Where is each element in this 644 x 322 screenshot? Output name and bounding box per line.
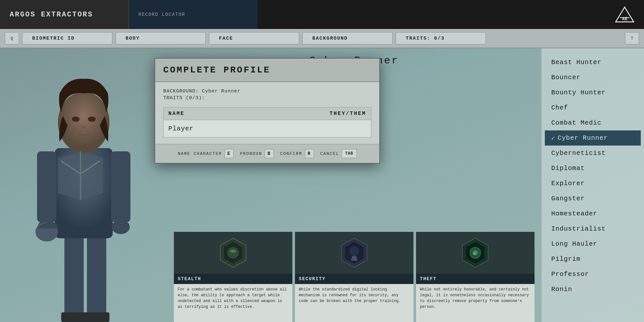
name-character-button[interactable]: NAME CHARACTER E [178,149,233,158]
modal-info: BACKGROUND: Cyber Runner TRAITS (0/3): [163,89,371,101]
svg-text:★: ★ [473,251,476,256]
name-label: NAME [168,111,185,117]
confirm-label: CONFIRM [280,151,302,156]
portrait-area [0,48,167,322]
stealth-badge [174,232,292,274]
theft-body: While not entirely honorable, and certai… [416,284,535,322]
skill-cards: STEALTH For a combatant who values discr… [174,232,535,322]
sidebar-item-combat-medic[interactable]: Combat Medic [545,115,641,130]
sidebar-item-ronin[interactable]: Ronin [545,282,641,297]
svg-rect-5 [61,312,87,322]
character-portrait [16,58,151,322]
svg-text:AE: AE [622,16,628,21]
tab-traits[interactable]: TRAITS: 0/3 [396,32,486,44]
security-header: SECURITY [295,274,413,284]
sidebar-item-beast-hunter[interactable]: Beast Hunter [545,55,641,70]
ae-logo: AE [605,0,644,29]
modal-header: COMPLETE PROFILE [155,59,379,82]
sidebar-item-industrialist[interactable]: Industrialist [545,221,641,236]
skill-card-theft: ★ THEFT While not entirely honorable, an… [416,232,535,322]
modal-background-line: BACKGROUND: Cyber Runner [163,89,371,94]
name-character-label: NAME CHARACTER [178,151,222,156]
skill-card-security: SECURITY While the standardized digital … [295,232,413,322]
app-title-section: ARGOS EXTRACTORS [0,0,129,29]
theft-badge: ★ [416,232,535,274]
modal-background-label: BACKGROUND: [163,89,199,94]
tab-face[interactable]: FACE [209,32,299,44]
svg-rect-13 [111,151,130,222]
complete-profile-modal: COMPLETE PROFILE BACKGROUND: Cyber Runne… [155,58,380,164]
tab-body[interactable]: BODY [116,32,206,44]
pronoun-label: THEY/THEM [330,111,366,117]
cancel-label: CANCEL [320,151,339,156]
modal-body: BACKGROUND: Cyber Runner TRAITS (0/3): N… [155,82,379,144]
svg-point-11 [88,117,96,122]
modal-background-value: Cyber Runner [202,89,241,94]
modal-traits-line: TRAITS (0/3): [163,95,371,101]
name-value[interactable]: Player [164,120,371,137]
confirm-button[interactable]: CONFIRM R [280,149,314,158]
app-subtitle-section: RECORD LOCATOR [129,0,258,29]
right-sidebar: Beast Hunter Bouncer Bounty Hunter Chef … [541,48,644,322]
app-subtitle: RECORD LOCATOR [138,12,185,17]
name-character-key: E [224,149,233,158]
sidebar-item-pilgrim[interactable]: Pilgrim [545,251,641,267]
tab-background[interactable]: BACKGROUND [302,32,393,44]
svg-rect-3 [64,235,84,322]
stealth-header: STEALTH [174,274,292,284]
sidebar-item-cyberneticist[interactable]: Cyberneticist [545,146,641,161]
pronoun-button[interactable]: PRONOUN B [240,149,274,158]
svg-rect-12 [37,151,56,222]
name-header: NAME THEY/THEM [164,108,371,120]
skill-card-stealth: STEALTH For a combatant who values discr… [174,232,292,322]
theft-header: THEFT [416,274,535,284]
svg-rect-6 [84,312,109,322]
security-body: While the standardized digital locking m… [295,284,413,322]
cancel-button[interactable]: CANCEL TAB [320,149,357,158]
sidebar-item-professor[interactable]: Professor [545,267,641,282]
sidebar-item-cyber-runner[interactable]: Cyber Runner [545,130,641,146]
sidebar-item-explorer[interactable]: Explorer [545,176,641,191]
stealth-body: For a combatant who values discretion ab… [174,284,292,322]
top-bar: ARGOS EXTRACTORS RECORD LOCATOR AE [0,0,644,29]
sidebar-item-diplomat[interactable]: Diplomat [545,161,641,176]
app-title: ARGOS EXTRACTORS [10,11,93,19]
cancel-key: TAB [342,149,357,158]
name-section: NAME THEY/THEM Player [163,107,371,137]
nav-tabs: Q BIOMETRIC ID BODY FACE BACKGROUND TRAI… [0,29,644,48]
nav-left-button[interactable]: Q [5,32,19,44]
svg-point-22 [349,246,359,256]
sidebar-item-chef[interactable]: Chef [545,100,641,115]
nav-right-button[interactable]: T [625,32,639,44]
modal-traits-label: TRAITS (0/3): [163,95,205,101]
pronoun-key: B [265,149,274,158]
confirm-key: R [305,149,314,158]
sidebar-item-gangster[interactable]: Gangster [545,191,641,206]
tab-biometric-id[interactable]: BIOMETRIC ID [22,32,112,44]
sidebar-item-long-hauler[interactable]: Long Hauler [545,236,641,251]
modal-actions: NAME CHARACTER E PRONOUN B CONFIRM R CAN… [155,144,379,163]
modal-title: COMPLETE PROFILE [163,65,371,75]
svg-point-10 [72,117,80,122]
sidebar-item-bouncer[interactable]: Bouncer [545,70,641,85]
sidebar-item-bounty-hunter[interactable]: Bounty Hunter [545,85,641,100]
pronoun-btn-label: PRONOUN [240,151,262,156]
security-badge [295,232,413,274]
sidebar-item-homesteader[interactable]: Homesteader [545,206,641,221]
svg-rect-4 [87,235,106,322]
svg-point-15 [112,220,130,234]
